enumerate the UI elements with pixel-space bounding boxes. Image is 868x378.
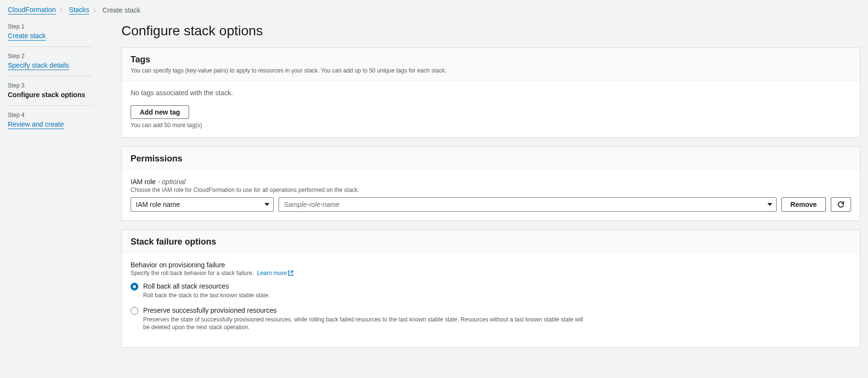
breadcrumb: CloudFormation 〉 Stacks 〉 Create stack [8, 6, 860, 15]
iam-role-type-value: IAM role name [136, 201, 180, 208]
permissions-panel: Permissions IAM role - optional Choose t… [121, 146, 860, 221]
refresh-icon [837, 201, 845, 208]
radio-icon [131, 283, 138, 291]
learn-more-link[interactable]: Learn more [257, 270, 293, 276]
tags-empty-message: No tags associated with the stack. [131, 89, 851, 97]
caret-down-icon [767, 203, 772, 206]
page-title: Configure stack options [121, 23, 860, 39]
iam-role-description: Choose the IAM role for CloudFormation t… [131, 187, 851, 193]
iam-role-optional: - optional [156, 178, 185, 186]
radio-label: Preserve successfully provisioned resour… [143, 306, 277, 314]
tags-panel: Tags You can specify tags (key-value pai… [121, 47, 860, 138]
radio-label: Roll back all stack resources [143, 282, 229, 290]
radio-rollback-all[interactable]: Roll back all stack resources Roll back … [131, 282, 851, 300]
permissions-title: Permissions [131, 154, 851, 164]
step-1: Step 1 Create stack [8, 23, 92, 47]
tags-hint: You can add 50 more tag(s) [131, 122, 851, 129]
tags-description: You can specify tags (key-value pairs) t… [131, 67, 851, 75]
add-new-tag-button[interactable]: Add new tag [131, 105, 189, 119]
breadcrumb-stacks[interactable]: Stacks [69, 6, 89, 15]
iam-role-name-select[interactable]: Sample-role-name [279, 197, 777, 212]
behavior-label: Behavior on provisioning failure [131, 261, 851, 269]
external-link-icon [288, 270, 294, 277]
step-link-review-create[interactable]: Review and create [8, 120, 64, 129]
chevron-right-icon: 〉 [60, 7, 65, 14]
step-3: Step 3 Configure stack options [8, 82, 92, 106]
radio-preserve-resources[interactable]: Preserve successfully provisioned resour… [131, 306, 851, 332]
step-2: Step 2 Specify stack details [8, 53, 92, 76]
radio-icon [131, 307, 138, 315]
radio-description: Preserves the state of successfully prov… [143, 316, 588, 332]
failure-radio-group: Roll back all stack resources Roll back … [131, 282, 851, 332]
chevron-right-icon: 〉 [93, 7, 99, 14]
iam-role-type-select[interactable]: IAM role name [131, 197, 274, 212]
step-link-create-stack[interactable]: Create stack [8, 32, 46, 41]
step-number: Step 1 [8, 23, 92, 30]
step-current-configure-options: Configure stack options [8, 91, 92, 99]
behavior-description: Specify the roll back behavior for a sta… [131, 270, 851, 277]
stack-failure-title: Stack failure options [131, 237, 851, 247]
main-content: Configure stack options Tags You can spe… [121, 23, 860, 356]
iam-role-label: IAM role [131, 178, 156, 186]
remove-role-button[interactable]: Remove [781, 197, 826, 212]
step-number: Step 2 [8, 53, 92, 59]
stack-failure-panel: Stack failure options Behavior on provis… [121, 230, 860, 348]
radio-description: Roll back the stack to the last known st… [143, 291, 270, 300]
step-4: Step 4 Review and create [8, 112, 92, 135]
breadcrumb-cloudformation[interactable]: CloudFormation [8, 6, 56, 15]
wizard-steps: Step 1 Create stack Step 2 Specify stack… [8, 23, 92, 141]
refresh-button[interactable] [831, 197, 851, 212]
tags-title: Tags [131, 55, 851, 65]
step-number: Step 4 [8, 112, 92, 118]
iam-role-name-placeholder: Sample-role-name [284, 201, 339, 208]
step-number: Step 3 [8, 82, 92, 89]
caret-down-icon [265, 203, 269, 206]
step-link-specify-details[interactable]: Specify stack details [8, 61, 69, 70]
breadcrumb-current: Create stack [103, 6, 141, 14]
